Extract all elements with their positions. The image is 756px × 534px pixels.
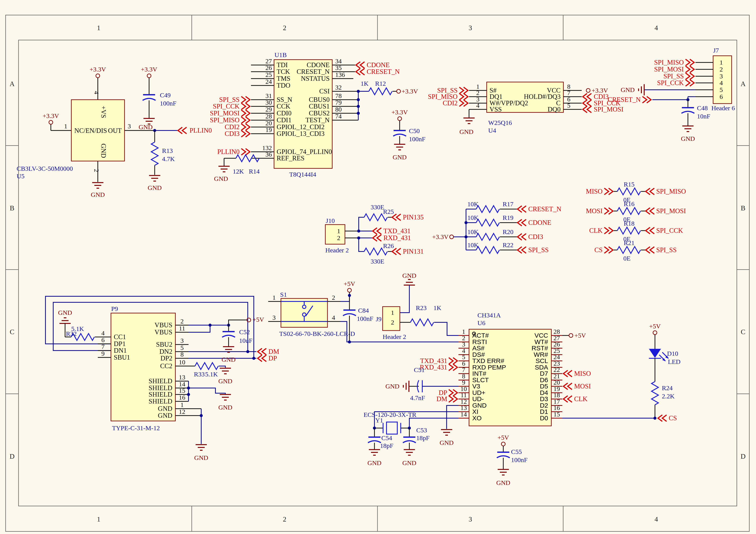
junction-dot xyxy=(654,417,657,420)
pullup-r22: 10K R22 SPI_SS xyxy=(466,242,549,254)
col-label: 4 xyxy=(655,515,658,523)
pin-number: 79 xyxy=(335,99,342,106)
value: 4.7nF xyxy=(410,394,425,401)
row-label: C xyxy=(741,328,745,336)
pin-name: CBUS1 xyxy=(309,103,330,110)
value: 5.1K xyxy=(205,370,218,378)
power-label: +3.3V xyxy=(43,112,59,119)
pin-number: 11 xyxy=(179,325,185,332)
junction-dot xyxy=(187,393,190,396)
pin-name: REF_RES xyxy=(277,154,305,162)
component-r25: PIN135 R25 330E xyxy=(359,203,423,231)
pullup-r19: 10K R19 CDONE xyxy=(466,214,551,226)
resistor-symbol xyxy=(476,246,500,253)
refdes: R15 xyxy=(624,181,634,188)
pin-name: CC1 xyxy=(114,333,126,341)
net-port-chevron xyxy=(459,87,468,94)
junction-dot xyxy=(357,112,360,115)
pin-name: CBUS0 xyxy=(309,96,330,103)
gnd-symbol xyxy=(92,183,103,188)
gnd-symbol xyxy=(682,126,693,132)
pin-name: TDO xyxy=(277,82,290,89)
refdes: R14 xyxy=(249,168,259,175)
col-label: 1 xyxy=(97,24,100,32)
net-port-chevron xyxy=(563,396,572,402)
pullup-r20: 10K R20 CDI3 xyxy=(466,228,543,241)
capacitor-symbol xyxy=(368,437,381,443)
net-label: SPI_SS xyxy=(656,246,677,254)
component-u4-flash: W25Q16 U4 1 2 3 4 8 7 6 5 S# DQ1 W#/VPP/… xyxy=(428,82,624,135)
net-label: SPI_MOSI xyxy=(654,65,684,73)
pin-name: SCL xyxy=(536,357,548,364)
capacitor-symbol xyxy=(393,131,406,136)
net-port-chevron xyxy=(686,80,694,86)
refdes: C48 xyxy=(697,104,708,112)
gnd-symbol xyxy=(218,166,230,172)
shield-gnd: GND xyxy=(187,381,232,411)
refdes: D10 xyxy=(667,350,678,357)
pin-name: ACT# xyxy=(472,332,489,339)
j10-body[interactable] xyxy=(325,225,345,244)
gnd-label: GND xyxy=(91,191,105,198)
gnd-symbol xyxy=(404,449,415,455)
net-port-chevron xyxy=(449,364,457,370)
component-u6-ch341a: CH341A U6 1 2 3 4 5 6 7 8 9 10 11 12 13 … xyxy=(364,312,655,467)
refdes: C50 xyxy=(409,127,420,134)
pin-name: D1 xyxy=(540,408,548,415)
net-port-chevron xyxy=(241,103,250,110)
pin-number: 6 xyxy=(101,336,105,343)
resistor-symbol xyxy=(151,142,158,165)
pin-number: 24 xyxy=(554,353,560,361)
net-port-chevron xyxy=(373,235,381,241)
net-label: MOSI xyxy=(586,207,603,215)
net-port-chevron xyxy=(686,73,694,79)
gnd-label: GND xyxy=(386,383,399,390)
col-label: 3 xyxy=(469,24,472,32)
power-label: +3.3V xyxy=(402,88,418,95)
refdes: J9 xyxy=(376,316,382,322)
pin-number: 8 xyxy=(180,351,184,358)
pin-name: TMS xyxy=(277,75,290,82)
pin-name: SHIELD xyxy=(148,391,172,398)
pin-number: 1 xyxy=(273,294,276,301)
component-u5-oscillator: +3.3V +3.3V 4 1 3 2 +VS NC/EN/DIS OUT GN… xyxy=(16,66,212,198)
net-port-chevron xyxy=(373,228,381,234)
refdes: R12 xyxy=(375,80,386,87)
net-port-chevron xyxy=(686,59,694,66)
component-r23: R23 1K xyxy=(400,304,458,336)
power-port-3v3 xyxy=(398,117,402,120)
pin-number: 15 xyxy=(179,387,185,394)
part-number: CB3LV-3C-50M0000 xyxy=(16,165,73,172)
pin-name: DP1 xyxy=(114,340,125,347)
refdes: R33 xyxy=(194,370,205,378)
pin-number: 18 xyxy=(554,392,560,398)
pin-number: 1 xyxy=(64,122,68,130)
p9-gnd: GND xyxy=(194,409,208,461)
pin-number: 12 xyxy=(179,408,185,415)
power-label: +3.3V xyxy=(392,109,408,115)
row-label: A xyxy=(10,80,14,88)
pin-name: CRESET_N xyxy=(297,68,330,75)
gnd-symbol xyxy=(403,381,409,392)
component-s1-switch: S1 TS02-66-70-BK-260-LCR-D 1 3 2 4 +5V C… xyxy=(268,280,458,343)
pin-number: 2 xyxy=(337,234,340,242)
pin-name: D7 xyxy=(540,370,548,377)
gnd-label: GND xyxy=(402,459,417,467)
pin-number: 5 xyxy=(180,344,184,351)
net-label: DP xyxy=(268,354,277,362)
part-number: T8Q144I4 xyxy=(289,171,316,178)
part-number: Header 2 xyxy=(325,246,349,254)
pin-number: 14 xyxy=(460,411,467,418)
gnd-label: GND xyxy=(58,309,72,316)
net-label: CDI2 xyxy=(225,123,240,131)
pin-number: 5 xyxy=(567,102,571,109)
net-label: MISO xyxy=(574,370,591,377)
row-label: D xyxy=(10,452,14,460)
net-port-chevron xyxy=(178,127,187,134)
pin-name: TXD ERR# xyxy=(472,357,504,364)
led-symbol xyxy=(649,349,661,358)
gnd-symbol xyxy=(149,175,160,181)
pin-number: 3 xyxy=(462,341,465,348)
pin-name: V3 xyxy=(472,383,480,390)
pin-number: 14 xyxy=(179,380,185,388)
